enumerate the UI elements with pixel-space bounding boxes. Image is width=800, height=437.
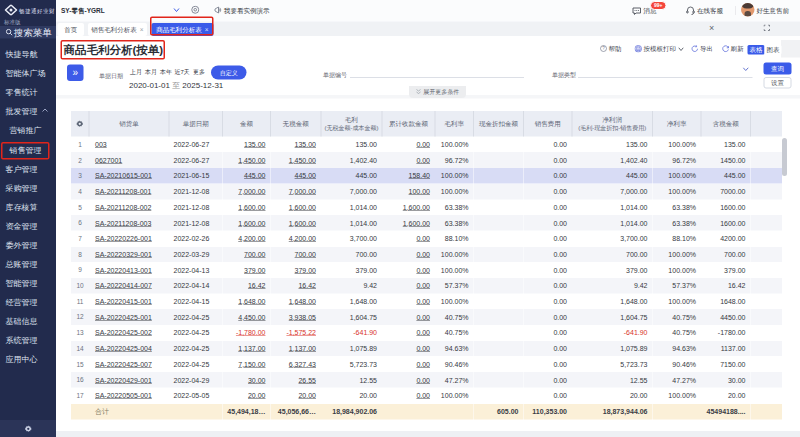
svg-text:?: ? xyxy=(602,46,605,51)
